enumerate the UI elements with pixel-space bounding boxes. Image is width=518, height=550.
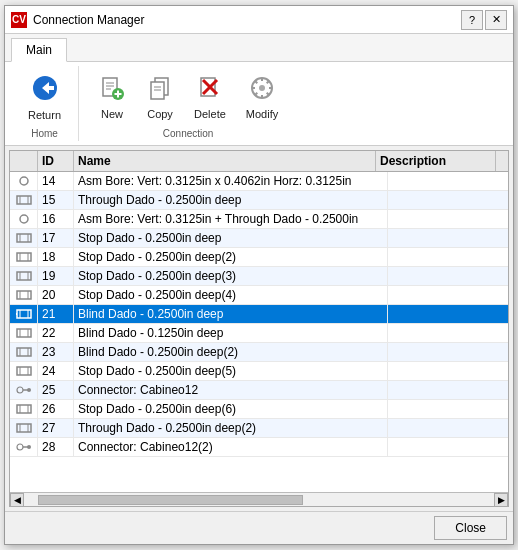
scroll-right-btn[interactable]: ▶ <box>494 493 508 507</box>
ribbon-group-home: Return Home <box>11 66 79 141</box>
row-icon <box>10 229 38 247</box>
delete-button[interactable]: Delete <box>185 69 235 125</box>
row-id: 22 <box>38 324 74 342</box>
table-row[interactable]: 14 Asm Bore: Vert: 0.3125in x 0.4062in H… <box>10 172 508 191</box>
ribbon-group-connection-label: Connection <box>163 128 214 139</box>
row-name: Stop Dado - 0.2500in deep(4) <box>74 286 388 304</box>
col-description-header: Description <box>376 151 496 171</box>
new-button[interactable]: New <box>89 69 135 125</box>
table-row[interactable]: 17 Stop Dado - 0.2500in deep <box>10 229 508 248</box>
col-icon-header <box>10 151 38 171</box>
ribbon: Main Return Home <box>5 34 513 146</box>
tab-main[interactable]: Main <box>11 38 67 62</box>
window-close-button[interactable]: ✕ <box>485 10 507 30</box>
table-row[interactable]: 25 Connector: Cabineo12 <box>10 381 508 400</box>
row-name: Stop Dado - 0.2500in deep(6) <box>74 400 388 418</box>
row-name: Connector: Cabineo12(2) <box>74 438 388 456</box>
svg-point-67 <box>27 445 31 449</box>
svg-rect-34 <box>17 253 31 261</box>
row-description <box>388 381 508 399</box>
scroll-left-btn[interactable]: ◀ <box>10 493 24 507</box>
table-row[interactable]: 15 Through Dado - 0.2500in deep <box>10 191 508 210</box>
table-header: ID Name Description <box>10 151 508 172</box>
row-description <box>388 267 508 285</box>
svg-rect-43 <box>17 310 31 318</box>
row-description <box>388 191 508 209</box>
table-row[interactable]: 22 Blind Dado - 0.1250in deep <box>10 324 508 343</box>
row-name: Blind Dado - 0.2500in deep <box>74 305 388 323</box>
svg-rect-40 <box>17 291 31 299</box>
close-button[interactable]: Close <box>434 516 507 540</box>
table-row[interactable]: 19 Stop Dado - 0.2500in deep(3) <box>10 267 508 286</box>
row-description <box>388 248 508 266</box>
row-icon <box>10 362 38 380</box>
ribbon-group-connection-buttons: New Copy <box>89 68 287 126</box>
row-id: 26 <box>38 400 74 418</box>
table-row[interactable]: 18 Stop Dado - 0.2500in deep(2) <box>10 248 508 267</box>
row-icon <box>10 419 38 437</box>
copy-icon <box>146 74 174 106</box>
table-row[interactable]: 24 Stop Dado - 0.2500in deep(5) <box>10 362 508 381</box>
modify-button[interactable]: Modify <box>237 69 287 125</box>
row-icon <box>10 286 38 304</box>
app-icon: CV <box>11 12 27 28</box>
ribbon-tabs: Main <box>5 34 513 61</box>
copy-button[interactable]: Copy <box>137 69 183 125</box>
row-description <box>388 229 508 247</box>
row-icon <box>10 172 38 190</box>
table-row[interactable]: 26 Stop Dado - 0.2500in deep(6) <box>10 400 508 419</box>
row-id: 20 <box>38 286 74 304</box>
modify-icon <box>248 74 276 106</box>
row-name: Asm Bore: Vert: 0.3125in x 0.4062in Horz… <box>74 172 388 190</box>
row-description <box>388 286 508 304</box>
return-icon <box>30 73 60 107</box>
return-button[interactable]: Return <box>19 68 70 126</box>
svg-point-26 <box>20 177 28 185</box>
table-row[interactable]: 23 Blind Dado - 0.2500in deep(2) <box>10 343 508 362</box>
row-id: 28 <box>38 438 74 456</box>
help-button[interactable]: ? <box>461 10 483 30</box>
title-bar: CV Connection Manager ? ✕ <box>5 6 513 34</box>
delete-icon <box>196 74 224 106</box>
scroll-thumb[interactable] <box>38 495 303 505</box>
row-id: 16 <box>38 210 74 228</box>
svg-point-56 <box>17 387 23 393</box>
row-icon <box>10 305 38 323</box>
ribbon-group-connection: New Copy <box>81 66 295 141</box>
table-row[interactable]: 16 Asm Bore: Vert: 0.3125in + Through Da… <box>10 210 508 229</box>
dialog-footer: Close <box>5 511 513 544</box>
svg-rect-37 <box>17 272 31 280</box>
svg-rect-47 <box>17 329 31 337</box>
svg-point-65 <box>17 444 23 450</box>
table-row[interactable]: 20 Stop Dado - 0.2500in deep(4) <box>10 286 508 305</box>
delete-label: Delete <box>194 108 226 120</box>
copy-label: Copy <box>147 108 173 120</box>
window-title: Connection Manager <box>33 13 144 27</box>
row-name: Blind Dado - 0.2500in deep(2) <box>74 343 388 361</box>
row-icon <box>10 267 38 285</box>
svg-rect-62 <box>17 424 31 432</box>
svg-line-24 <box>267 81 269 83</box>
row-description <box>388 305 508 323</box>
table-row[interactable]: 27 Through Dado - 0.2500in deep(2) <box>10 419 508 438</box>
connection-manager-window: CV Connection Manager ? ✕ Main <box>4 5 514 545</box>
row-icon <box>10 343 38 361</box>
horizontal-scrollbar[interactable]: ◀ ▶ <box>10 492 508 506</box>
svg-line-22 <box>255 81 257 83</box>
row-name: Blind Dado - 0.1250in deep <box>74 324 388 342</box>
row-id: 24 <box>38 362 74 380</box>
table-body[interactable]: 14 Asm Bore: Vert: 0.3125in x 0.4062in H… <box>10 172 508 492</box>
table-row[interactable]: 28 Connector: Cabineo12(2) <box>10 438 508 457</box>
svg-point-17 <box>259 85 265 91</box>
svg-point-58 <box>27 388 31 392</box>
row-description <box>388 362 508 380</box>
row-name: Through Dado - 0.2500in deep(2) <box>74 419 388 437</box>
row-id: 25 <box>38 381 74 399</box>
row-icon <box>10 438 38 456</box>
new-icon <box>98 74 126 106</box>
row-description <box>388 172 508 190</box>
row-icon <box>10 381 38 399</box>
table-row-selected[interactable]: 21 Blind Dado - 0.2500in deep <box>10 305 508 324</box>
svg-line-23 <box>267 93 269 95</box>
scroll-track[interactable] <box>38 495 480 505</box>
